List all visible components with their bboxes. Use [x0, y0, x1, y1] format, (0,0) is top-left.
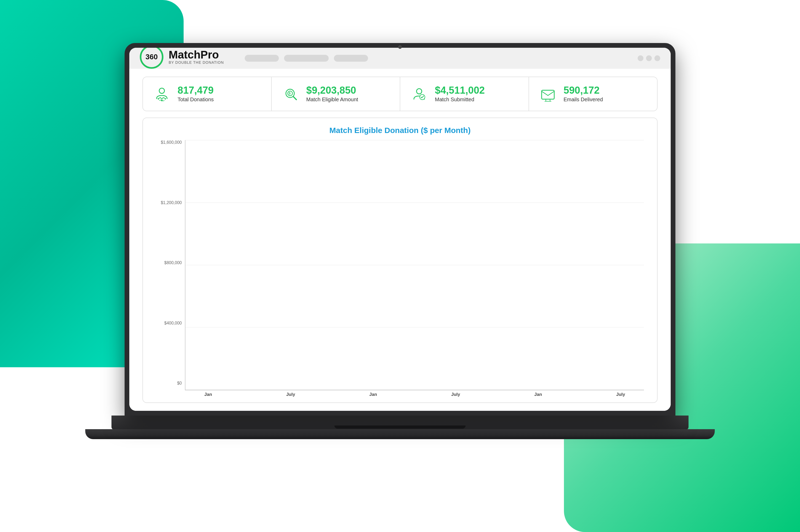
stat-info-eligible: $9,203,850 Match Eligible Amount	[306, 85, 358, 102]
y-label-0: $1,600,000	[156, 140, 185, 145]
x-label-blank-2	[311, 392, 353, 397]
window-controls	[637, 55, 660, 61]
chart-area: $1,600,000 $1,200,000 $800,000 $400,000 …	[156, 140, 644, 397]
svg-text:$: $	[289, 92, 291, 95]
x-label-july-1: July	[270, 392, 311, 397]
x-label-july-3: July	[600, 392, 641, 397]
stat-value-donations: 817,479	[177, 85, 214, 95]
chart-y-axis: $1,600,000 $1,200,000 $800,000 $400,000 …	[156, 140, 185, 397]
match-submitted-icon	[410, 84, 428, 103]
x-label-blank-3	[394, 392, 435, 397]
match-eligible-icon: $	[281, 84, 300, 103]
x-label-jan-2: Jan	[353, 392, 394, 397]
y-label-2: $800,000	[156, 261, 185, 265]
nav-pill-1	[245, 55, 279, 62]
laptop-wrapper: 360 MatchPro BY DOUBLE THE DONATION	[112, 43, 688, 489]
x-label-blank-4	[476, 392, 517, 397]
stat-total-donations: 817,479 Total Donations	[143, 77, 272, 111]
stat-label-submitted: Match Submitted	[435, 96, 485, 102]
title-bar: 360 MatchPro BY DOUBLE THE DONATION	[129, 48, 671, 69]
dot-2	[646, 55, 652, 61]
logo-circle: 360	[140, 48, 164, 69]
y-label-4: $0	[156, 381, 185, 386]
stat-value-submitted: $4,511,002	[435, 85, 485, 95]
stat-info-donations: 817,479 Total Donations	[177, 85, 214, 102]
chart-bars-wrapper	[185, 140, 644, 390]
stat-value-emails: 590,172	[564, 85, 603, 95]
chart-main: Jan July Jan July Jan July	[185, 140, 644, 397]
nav-pill-3	[334, 55, 368, 62]
camera-notch	[398, 45, 402, 49]
x-label-blank-1	[229, 392, 270, 397]
app-content: 817,479 Total Donations $	[129, 69, 671, 411]
y-label-1: $1,200,000	[156, 201, 185, 205]
chart-section: Match Eligible Donation ($ per Month) $1…	[142, 117, 658, 403]
x-label-jan-3: Jan	[517, 392, 559, 397]
svg-point-6	[417, 89, 422, 94]
stat-value-eligible: $9,203,850	[306, 85, 358, 95]
laptop-hinge	[335, 425, 465, 429]
stat-label-emails: Emails Delivered	[564, 96, 603, 102]
chart-x-labels: Jan July Jan July Jan July	[185, 392, 644, 397]
laptop-bottom	[85, 429, 715, 439]
x-label-jan-1: Jan	[188, 392, 229, 397]
logo-matchpro: MatchPro	[169, 49, 224, 60]
app-header: 360 MatchPro BY DOUBLE THE DONATION	[140, 48, 224, 71]
laptop-screen: 360 MatchPro BY DOUBLE THE DONATION	[125, 43, 675, 416]
emails-icon	[538, 84, 557, 103]
donations-icon	[152, 84, 171, 103]
y-label-3: $400,000	[156, 321, 185, 326]
stat-label-donations: Total Donations	[177, 96, 214, 102]
chart-bars	[186, 140, 644, 390]
x-label-july-2: July	[435, 392, 476, 397]
laptop-base	[112, 416, 688, 430]
nav-pill-2	[284, 55, 329, 62]
x-label-blank-5	[559, 392, 600, 397]
dot-1	[637, 55, 643, 61]
svg-rect-8	[541, 90, 554, 99]
stat-info-emails: 590,172 Emails Delivered	[564, 85, 603, 102]
dot-3	[654, 55, 660, 61]
chart-title: Match Eligible Donation ($ per Month)	[156, 126, 644, 135]
stat-info-submitted: $4,511,002 Match Submitted	[435, 85, 485, 102]
svg-line-4	[293, 97, 297, 100]
svg-point-0	[159, 88, 165, 93]
logo-360: 360	[146, 53, 158, 61]
stat-match-submitted: $4,511,002 Match Submitted	[400, 77, 529, 111]
stat-emails: 590,172 Emails Delivered	[529, 77, 657, 111]
stats-row: 817,479 Total Donations $	[142, 77, 658, 111]
stat-label-eligible: Match Eligible Amount	[306, 96, 358, 102]
screen-content: 360 MatchPro BY DOUBLE THE DONATION	[129, 48, 671, 411]
stat-match-eligible: $ $9,203,850 Match Eligible Amount	[272, 77, 401, 111]
logo-text-group: MatchPro BY DOUBLE THE DONATION	[169, 49, 224, 64]
logo-subtitle: BY DOUBLE THE DONATION	[169, 60, 224, 64]
header-nav	[245, 55, 368, 62]
